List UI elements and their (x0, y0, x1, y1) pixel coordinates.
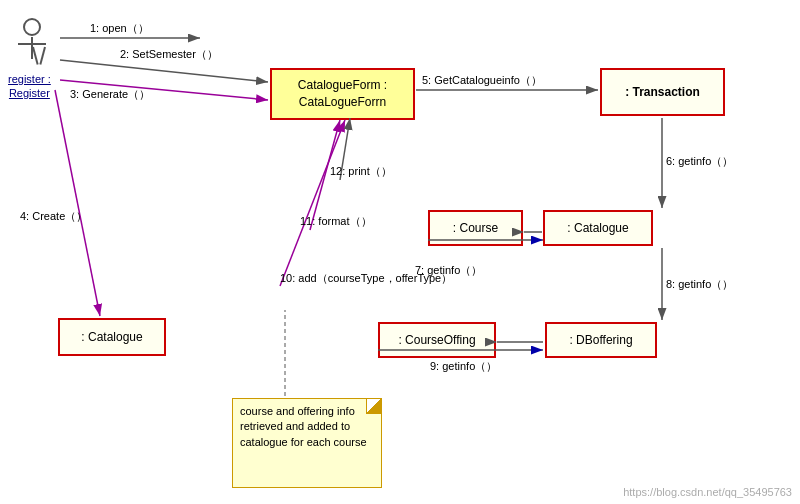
actor-head (23, 18, 41, 36)
svg-text:11: format（）: 11: format（） (300, 215, 372, 227)
svg-text:5: GetCatalogueinfo（）: 5: GetCatalogueinfo（） (422, 74, 542, 86)
svg-text:10: add（courseType，offerType）: 10: add（courseType，offerType） (280, 272, 452, 284)
course-box: : Course (428, 210, 523, 246)
svg-text:3: Generate（）: 3: Generate（） (70, 88, 150, 100)
catalogue-bottom-box: : Catalogue (58, 318, 166, 356)
svg-text:2: SetSemester（）: 2: SetSemester（） (120, 48, 218, 60)
svg-text:7: getinfo（）: 7: getinfo（） (415, 264, 482, 276)
catalogue-top-box: : Catalogue (543, 210, 653, 246)
svg-line-25 (340, 118, 350, 180)
svg-line-27 (55, 90, 100, 316)
db-offering-box: : DBoffering (545, 322, 657, 358)
svg-text:9: getinfo（）: 9: getinfo（） (430, 360, 497, 372)
actor-name-line2: Register (8, 86, 51, 100)
transaction-box: : Transaction (600, 68, 725, 116)
actor-leg-left (32, 47, 39, 65)
svg-text:1: open（）: 1: open（） (90, 22, 149, 34)
svg-line-7 (60, 60, 268, 82)
watermark: https://blog.csdn.net/qq_35495763 (623, 486, 792, 498)
svg-line-21 (280, 120, 345, 286)
course-offing-box: : CourseOffing (378, 322, 496, 358)
svg-line-9 (60, 80, 268, 100)
catalogue-form-box: CatalogueForm :CataLogueForrn (270, 68, 415, 120)
actor-leg-right (39, 47, 46, 65)
svg-text:4: Create（）: 4: Create（） (20, 210, 87, 222)
note-text: course and offering info retrieved and a… (240, 405, 367, 448)
actor-arms (18, 43, 46, 45)
note-box: course and offering info retrieved and a… (232, 398, 382, 488)
diagram-container: register : Register CatalogueForm :CataL… (0, 0, 800, 504)
svg-text:6: getinfo（）: 6: getinfo（） (666, 155, 733, 167)
svg-text:8: getinfo（）: 8: getinfo（） (666, 278, 733, 290)
svg-text:12: print（）: 12: print（） (330, 165, 392, 177)
actor-name-line1: register : (8, 72, 51, 86)
svg-line-23 (310, 120, 340, 230)
actor-label: register : Register (8, 72, 51, 101)
